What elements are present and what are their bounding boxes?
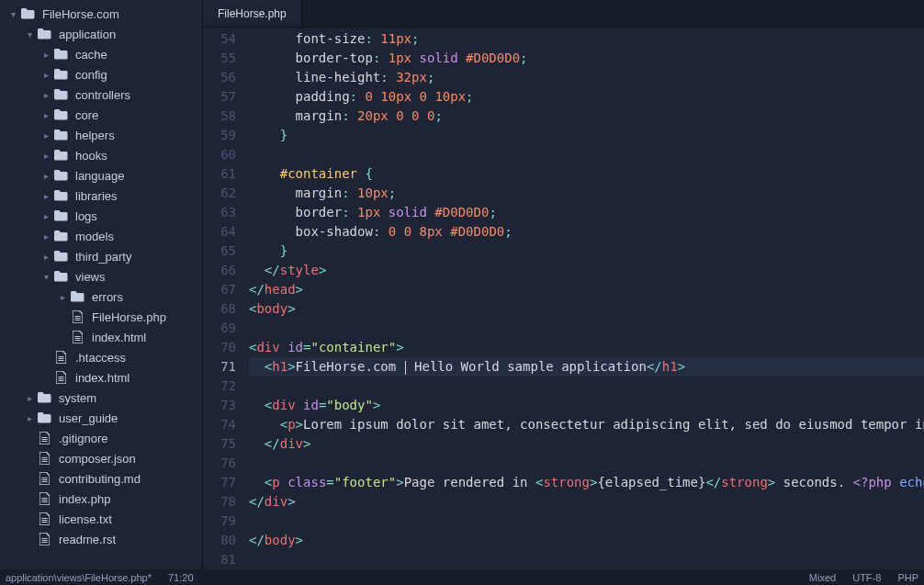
tree-file-index-html[interactable]: index.html	[0, 367, 202, 388]
code-editor[interactable]: 5455565758596061626364656667686970717273…	[203, 28, 924, 569]
tree-file-license-txt[interactable]: license.txt	[0, 509, 202, 529]
status-encoding[interactable]: UTF-8	[852, 572, 881, 583]
tree-file-readme-rst[interactable]: readme.rst	[0, 529, 202, 549]
tree-folder-core[interactable]: ▸core	[0, 105, 202, 125]
tree-arrow-icon[interactable]: ▸	[39, 50, 53, 60]
tree-folder-errors[interactable]: ▸errors	[0, 287, 202, 307]
code-line[interactable]: </body>	[249, 531, 924, 550]
tree-item-label: system	[59, 391, 96, 405]
tree-folder-libraries[interactable]: ▸libraries	[0, 186, 202, 206]
tree-folder-third-party[interactable]: ▸third_party	[0, 246, 202, 266]
file-tree-sidebar[interactable]: ▾FileHorse.com▾application▸cache▸config▸…	[0, 0, 203, 569]
code-line[interactable]	[249, 377, 924, 396]
code-line[interactable]: padding: 0 10px 0 10px;	[249, 87, 924, 107]
code-line[interactable]: }	[249, 126, 924, 145]
status-line-col[interactable]: 71:20	[168, 572, 194, 583]
tree-folder-user-guide[interactable]: ▸user_guide	[0, 408, 202, 428]
tree-file-composer-json[interactable]: composer.json	[0, 448, 202, 468]
tree-arrow-icon[interactable]: ▾	[6, 9, 20, 19]
code-line[interactable]: <div id="body">	[249, 396, 924, 415]
status-language[interactable]: PHP	[897, 572, 918, 583]
line-number: 58	[203, 107, 236, 126]
tree-arrow-icon[interactable]: ▸	[39, 130, 53, 141]
code-line[interactable]: <h1>FileHorse.com Hello World sample app…	[249, 357, 924, 377]
code-line[interactable]: border-top: 1px solid #D0D0D0;	[249, 49, 924, 68]
code-line[interactable]	[249, 512, 924, 531]
line-number: 64	[203, 222, 236, 242]
tree-folder-cache[interactable]: ▸cache	[0, 44, 202, 64]
tree-arrow-icon[interactable]: ▸	[39, 70, 53, 80]
tree-folder-helpers[interactable]: ▸helpers	[0, 125, 202, 145]
tree-arrow-icon[interactable]: ▸	[39, 191, 53, 201]
tree-arrow-icon[interactable]: ▸	[55, 292, 70, 302]
tree-arrow-icon[interactable]: ▸	[39, 171, 53, 181]
code-line[interactable]: </div>	[249, 434, 924, 454]
tree-item-label: config	[75, 68, 107, 82]
code-line[interactable]: box-shadow: 0 0 8px #D0D0D0;	[249, 222, 924, 242]
tree-arrow-icon[interactable]: ▾	[39, 272, 53, 282]
tree-item-label: language	[75, 169, 125, 183]
tree-arrow-icon[interactable]: ▸	[22, 413, 37, 423]
code-line[interactable]	[249, 550, 924, 569]
tree-folder-language[interactable]: ▸language	[0, 165, 202, 186]
folder-icon	[37, 411, 51, 424]
code-line[interactable]: <p>Lorem ipsum dolor sit amet, consectet…	[249, 415, 924, 434]
tree-file--gitignore[interactable]: .gitignore	[0, 428, 202, 448]
line-number: 78	[203, 492, 236, 512]
tree-file-filehorse-php[interactable]: FileHorse.php	[0, 307, 202, 327]
code-line[interactable]: <p class="footer">Page rendered in <stro…	[249, 473, 924, 492]
code-line[interactable]: line-height: 32px;	[249, 68, 924, 87]
tree-folder-system[interactable]: ▸system	[0, 388, 202, 408]
tree-file-contributing-md[interactable]: contributing.md	[0, 468, 202, 489]
tree-arrow-icon[interactable]: ▾	[22, 29, 37, 39]
code-line[interactable]	[249, 145, 924, 164]
code-line[interactable]: #container {	[249, 164, 924, 184]
code-line[interactable]: }	[249, 242, 924, 261]
folder-icon	[53, 48, 68, 61]
code-line[interactable]: </div>	[249, 492, 924, 512]
tree-file-index-html[interactable]: index.html	[0, 327, 202, 347]
code-line[interactable]: </head>	[249, 280, 924, 299]
code-line[interactable]	[249, 319, 924, 338]
line-number: 57	[203, 87, 236, 107]
folder-icon	[53, 108, 68, 121]
file-icon	[37, 472, 51, 485]
code-line[interactable]: </style>	[249, 261, 924, 280]
code-line[interactable]: margin: 10px;	[249, 184, 924, 203]
code-line[interactable]: margin: 20px 0 0 0;	[249, 107, 924, 126]
code-content[interactable]: font-size: 11px; border-top: 1px solid #…	[249, 28, 924, 569]
tree-arrow-icon[interactable]: ▸	[39, 90, 53, 100]
tree-folder-controllers[interactable]: ▸controllers	[0, 84, 202, 105]
tree-arrow-icon[interactable]: ▸	[39, 252, 53, 262]
line-number: 79	[203, 512, 236, 531]
code-line[interactable]: border: 1px solid #D0D0D0;	[249, 203, 924, 222]
tree-folder-config[interactable]: ▸config	[0, 64, 202, 84]
tree-item-label: logs	[75, 209, 97, 223]
tree-folder-hooks[interactable]: ▸hooks	[0, 145, 202, 165]
tab-bar[interactable]: FileHorse.php	[203, 0, 924, 28]
tree-folder-views[interactable]: ▾views	[0, 266, 202, 287]
tree-file-index-php[interactable]: index.php	[0, 489, 202, 509]
tree-arrow-icon[interactable]: ▸	[39, 110, 53, 120]
tree-arrow-icon[interactable]: ▸	[39, 211, 53, 221]
code-line[interactable]: <body>	[249, 299, 924, 319]
tab-filehorse-php[interactable]: FileHorse.php	[203, 0, 302, 27]
code-line[interactable]: font-size: 11px;	[249, 29, 924, 49]
tree-file--htaccess[interactable]: .htaccess	[0, 347, 202, 367]
status-file-path[interactable]: application\views\FileHorse.php*	[6, 572, 152, 583]
tree-folder-application[interactable]: ▾application	[0, 24, 202, 44]
code-line[interactable]: <div id="container">	[249, 338, 924, 357]
tree-folder-logs[interactable]: ▸logs	[0, 206, 202, 226]
tree-item-label: FileHorse.com	[42, 7, 119, 21]
file-icon	[37, 533, 51, 546]
line-number: 71	[203, 357, 236, 377]
tree-item-label: views	[75, 270, 106, 284]
tree-folder-filehorse-com[interactable]: ▾FileHorse.com	[0, 4, 202, 24]
line-number: 69	[203, 319, 236, 338]
tree-arrow-icon[interactable]: ▸	[22, 393, 37, 403]
tree-arrow-icon[interactable]: ▸	[39, 231, 53, 242]
code-line[interactable]	[249, 454, 924, 473]
tree-arrow-icon[interactable]: ▸	[39, 151, 53, 161]
tree-folder-models[interactable]: ▸models	[0, 226, 202, 246]
status-indent[interactable]: Mixed	[809, 572, 836, 583]
